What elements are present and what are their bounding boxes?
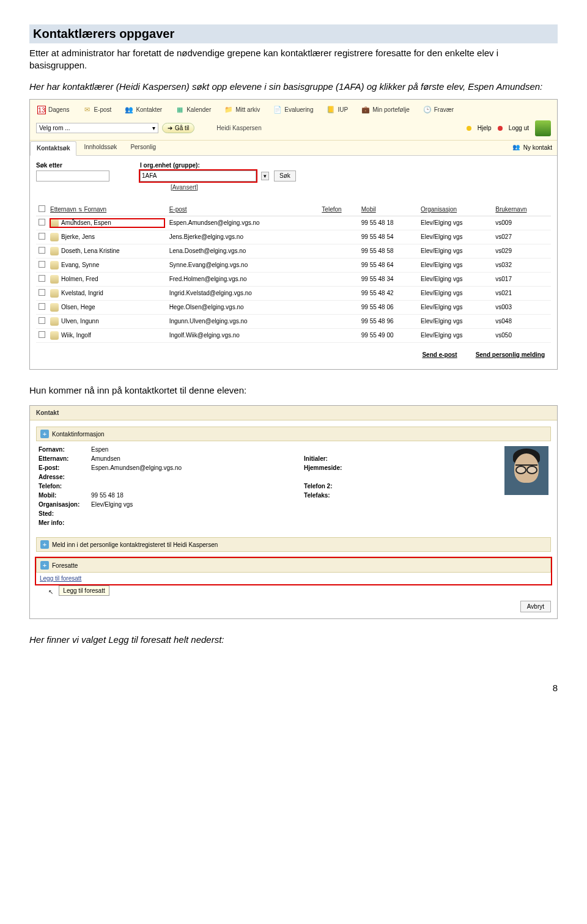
col-mobil[interactable]: Mobil: [359, 203, 418, 216]
row-tlf: [319, 286, 358, 300]
sok-button[interactable]: Søk: [274, 170, 296, 182]
val-mobil: 99 55 48 18: [91, 492, 124, 499]
ny-kontakt-link[interactable]: 👥Ny kontakt: [508, 141, 557, 155]
legg-til-foresatt-link[interactable]: Legg til foresatt: [36, 573, 551, 584]
table-row[interactable]: Olsen, HegeHege.Olsen@elging.vgs.no99 55…: [36, 300, 551, 314]
row-checkbox[interactable]: [39, 247, 45, 254]
select-all-checkbox[interactable]: [39, 205, 45, 212]
row-user: vs048: [493, 314, 551, 328]
help-link[interactable]: Hjelp: [478, 125, 492, 131]
row-email: Jens.Bjerke@elging.vgs.no: [167, 230, 320, 244]
avansert-link[interactable]: [Avansert]: [171, 184, 551, 191]
tab-evaluering[interactable]: 📄Evaluering: [272, 103, 314, 117]
help-dot-icon: [467, 126, 471, 131]
room-select[interactable]: Velg rom ... ▾: [36, 123, 158, 133]
row-checkbox[interactable]: [39, 261, 45, 268]
tab-kontakter[interactable]: 👥Kontakter: [124, 103, 163, 117]
col-fornavn[interactable]: Fornavn: [84, 206, 106, 213]
tab-portefolje[interactable]: 💼Min portefølje: [360, 103, 411, 117]
calendar-icon: 13: [37, 106, 46, 114]
table-row[interactable]: Bjerke, JensJens.Bjerke@elging.vgs.no99 …: [36, 230, 551, 244]
tab-label: Dagens: [48, 106, 69, 113]
col-organisasjon[interactable]: Organisasjon: [418, 203, 493, 216]
subtab-innholdssok[interactable]: Innholdssøk: [78, 141, 123, 155]
row-mobil: 99 55 48 34: [359, 272, 418, 286]
row-tlf: [319, 328, 358, 342]
row-email: Fred.Holmen@elging.vgs.no: [167, 272, 320, 286]
table-row[interactable]: Evang, SynneSynne.Evang@elging.vgs.no99 …: [36, 258, 551, 272]
note-icon: ▦: [175, 106, 184, 114]
tab-dagens[interactable]: 13Dagens: [36, 103, 70, 117]
tab-label: Mitt arkiv: [235, 106, 260, 113]
table-row[interactable]: Doseth, Lena KristineLena.Doseth@elging.…: [36, 244, 551, 258]
expand-icon[interactable]: +: [40, 430, 49, 438]
sort-icon: ⇅: [78, 207, 83, 213]
row-email: Hege.Olsen@elging.vgs.no: [167, 300, 320, 314]
footer-text: Her finner vi valget Legg til foresatt h…: [29, 634, 558, 646]
lbl-fornavn: Fornavn:: [39, 446, 87, 453]
table-row[interactable]: Kvelstad, IngridIngrid.Kvelstad@elging.v…: [36, 286, 551, 300]
row-tlf: [319, 244, 358, 258]
row-org: Elev/Elging vgs: [418, 328, 493, 342]
doc-icon: 📄: [273, 106, 282, 114]
val-etternavn: Amundsen: [91, 455, 120, 462]
val-epost: Espen.Amundsen@elging.vgs.no: [91, 464, 182, 471]
room-placeholder: Velg rom ...: [39, 125, 70, 131]
sok-etter-input[interactable]: [36, 170, 109, 182]
row-checkbox[interactable]: [39, 331, 45, 338]
lbl-telefon2: Telefon 2:: [304, 483, 353, 490]
row-org: Elev/Elging vgs: [418, 216, 493, 230]
person-icon: [50, 233, 59, 241]
lbl-organisasjon: Organisasjon:: [39, 501, 87, 508]
person-icon: [50, 261, 59, 270]
row-checkbox[interactable]: [39, 233, 45, 240]
row-name: Ulven, Ingunn: [61, 318, 99, 324]
row-checkbox[interactable]: [39, 219, 45, 226]
subtab-kontaktsok[interactable]: Kontaktsøk: [30, 141, 76, 156]
org-enhet-input[interactable]: [140, 170, 256, 182]
row-checkbox[interactable]: [39, 317, 45, 324]
table-row[interactable]: Ulven, IngunnIngunn.Ulven@elging.vgs.no9…: [36, 314, 551, 328]
org-enhet-label: I org.enhet (gruppe):: [140, 162, 296, 169]
row-mobil: 99 55 48 42: [359, 286, 418, 300]
people-icon: 👥: [512, 144, 521, 152]
table-row[interactable]: Wiik, IngolfIngolf.Wiik@elging.vgs.no99 …: [36, 328, 551, 342]
tab-epost[interactable]: ✉E-post: [81, 103, 113, 117]
col-telefon[interactable]: Telefon: [319, 203, 358, 216]
row-user: vs029: [493, 244, 551, 258]
tab-fravaer[interactable]: 🕒Fravær: [422, 103, 455, 117]
person-icon: [50, 275, 59, 284]
row-user: vs050: [493, 328, 551, 342]
col-epost[interactable]: E-post: [167, 203, 320, 216]
send-epost-link[interactable]: Send e-post: [422, 351, 457, 358]
row-email: Ingunn.Ulven@elging.vgs.no: [167, 314, 320, 328]
col-brukernavn[interactable]: Brukernavn: [493, 203, 551, 216]
row-name: Olsen, Hege: [61, 304, 95, 310]
main-tabs: 13Dagens ✉E-post 👥Kontakter ▦Kalender 📁M…: [30, 100, 557, 117]
lbl-etternavn: Etternavn:: [39, 455, 87, 462]
tab-kalender[interactable]: ▦Kalender: [174, 103, 212, 117]
table-row[interactable]: Amundsen, Espen↖Espen.Amundsen@elging.vg…: [36, 216, 551, 230]
lbl-hjemmeside: Hjemmeside:: [304, 464, 353, 471]
col-etternavn[interactable]: Etternavn: [50, 206, 76, 213]
avbryt-button[interactable]: Avbryt: [520, 601, 551, 612]
search-area: Søk etter I org.enhet (gruppe): ▾ Søk [A…: [30, 156, 557, 369]
row-tlf: [319, 314, 358, 328]
row-mobil: 99 55 49 00: [359, 328, 418, 342]
tab-iup[interactable]: 📒IUP: [325, 103, 349, 117]
expand-icon[interactable]: +: [40, 561, 49, 570]
row-checkbox[interactable]: [39, 275, 45, 282]
meld-title: Meld inn i det personlige kontaktregiste…: [52, 541, 218, 548]
gotil-button[interactable]: ➔Gå til: [162, 123, 194, 133]
table-row[interactable]: Holmen, FredFred.Holmen@elging.vgs.no99 …: [36, 272, 551, 286]
expand-icon[interactable]: +: [40, 540, 49, 549]
send-pm-link[interactable]: Send personlig melding: [476, 351, 545, 358]
logout-link[interactable]: Logg ut: [509, 125, 529, 131]
row-org: Elev/Elging vgs: [418, 286, 493, 300]
row-checkbox[interactable]: [39, 303, 45, 310]
row-checkbox[interactable]: [39, 289, 45, 296]
subtab-personlig[interactable]: Personlig: [124, 141, 162, 155]
tab-mittarkiv[interactable]: 📁Mitt arkiv: [223, 103, 261, 117]
dropdown-icon[interactable]: ▾: [261, 172, 269, 180]
tab-label: Kalender: [186, 106, 211, 113]
